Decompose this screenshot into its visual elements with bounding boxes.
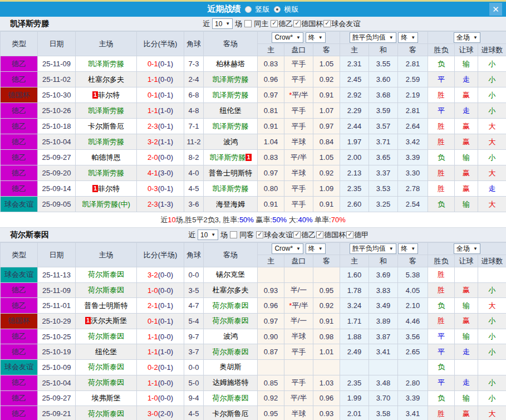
league-checkbox[interactable]: [256, 231, 263, 238]
home-team-cell: 1菲尔特: [76, 87, 137, 103]
period-select[interactable]: 10▼: [198, 229, 218, 240]
league-checkbox-label[interactable]: 德乙: [278, 19, 293, 29]
same-venue-checkbox[interactable]: [230, 231, 237, 238]
away-team-cell: 凯泽斯劳滕: [204, 181, 258, 197]
horizontal-layout-label[interactable]: 横版: [284, 4, 299, 14]
fulltime-score: 4-1: [148, 169, 158, 177]
avg-draw-cell: 3.53: [369, 181, 398, 197]
league-checkbox-label[interactable]: 球会友谊: [264, 230, 293, 240]
odds-away-cell: 0.92: [313, 298, 340, 314]
panel-title: 近期战绩: [208, 4, 241, 14]
league-checkbox-label[interactable]: 德国杯: [301, 19, 323, 29]
corner-cell: 9-4: [184, 390, 204, 406]
odds-away-cell: [313, 267, 340, 283]
odds-source-select[interactable]: Crow*▼: [272, 243, 303, 254]
league-cell: 球会友谊: [1, 197, 38, 212]
fullmatch-select[interactable]: 全场▼: [454, 32, 480, 43]
sub-avg-draw: 和: [369, 255, 398, 267]
avg-select[interactable]: 胜平负均值▼: [350, 243, 396, 254]
games-label: 场: [235, 19, 242, 29]
vertical-layout-label[interactable]: 竖版: [256, 4, 270, 14]
league-checkbox[interactable]: [346, 231, 353, 238]
handicap-result-cell: 赢: [455, 87, 478, 103]
league-checkbox[interactable]: [323, 20, 331, 27]
odds-away-cell: 0.93: [313, 406, 340, 420]
score-cell: 2-1(0-1): [137, 298, 184, 314]
fulltime-score: 1-1: [148, 75, 158, 84]
date-cell: 25-10-19: [38, 344, 76, 360]
odds-home-cell: 0.80: [258, 181, 284, 197]
avg-away-cell: 3.41: [398, 406, 428, 420]
league-checkbox-label[interactable]: 德乙: [301, 230, 316, 240]
date-cell: 25-10-04: [38, 134, 76, 150]
score-cell: 1-1(0-0): [137, 375, 184, 390]
score-cell: 0-1(0-1): [137, 87, 184, 103]
sub-goals: 进球数: [478, 255, 506, 267]
vertical-layout-radio[interactable]: [245, 6, 252, 13]
away-team-cell: 普鲁士明斯特: [204, 165, 258, 181]
league-checkbox[interactable]: [293, 20, 301, 27]
goals-result-cell: 大: [478, 165, 506, 181]
table-row: 德乙25-10-04荷尔斯泰因1-1(0-0)5-0达姆施塔特0.85平手1.0…: [1, 375, 506, 390]
col-corner: 角球: [184, 32, 204, 56]
score-cell: 4-1(3-0): [137, 165, 184, 181]
handicap-result-cell: 输: [455, 329, 478, 344]
odds-final-select[interactable]: 终▼: [306, 32, 326, 43]
avg-away-cell: [398, 360, 428, 375]
same-venue-checkbox[interactable]: [244, 20, 252, 27]
odds-away-cell: 1.03: [313, 375, 340, 390]
avg-final-select[interactable]: 终▼: [398, 32, 418, 43]
same-venue-label[interactable]: 同主: [254, 19, 268, 29]
same-venue-label[interactable]: 同客: [239, 230, 254, 240]
team-text: 凯泽斯劳滕: [88, 169, 124, 177]
odds-home-cell: 0.93: [258, 282, 284, 298]
avg-away-cell: 3.56: [398, 329, 428, 344]
fulltime-score: 0-1: [148, 91, 158, 99]
odds-handicap-cell: 平/半: [284, 150, 313, 165]
chevron-down-icon: ▼: [296, 246, 301, 251]
league-checkbox-label[interactable]: 德国杯: [324, 230, 346, 240]
score-cell: 1-1(0-0): [137, 72, 184, 87]
away-team-cell: 凯泽斯劳滕: [204, 119, 258, 134]
team-text: 波鸿: [223, 138, 238, 146]
team-text: 卡尔斯鲁厄: [88, 122, 124, 130]
avg-select[interactable]: 胜平负均值▼: [350, 32, 396, 43]
halftime-score: (0-0): [158, 333, 173, 341]
odds-source-select[interactable]: Crow*▼: [272, 32, 303, 43]
avg-final-select[interactable]: 终▼: [398, 243, 418, 254]
close-button[interactable]: ✕: [489, 3, 502, 16]
fullmatch-select[interactable]: 全场▼: [454, 243, 480, 254]
period-select[interactable]: 10▼: [212, 18, 233, 29]
odds-home-cell: 0.90: [258, 329, 284, 344]
league-checkbox-label[interactable]: 德甲: [354, 230, 369, 240]
league-checkbox[interactable]: [316, 231, 323, 238]
team-name: 凯泽斯劳滕: [10, 19, 49, 29]
horizontal-layout-radio[interactable]: [274, 6, 281, 13]
handicap-result-cell: 输: [455, 150, 478, 165]
score-cell: 2-0(0-0): [137, 150, 184, 165]
goals-result-cell: 小: [478, 87, 506, 103]
summary-segment: 50%: [272, 216, 287, 224]
league-checkbox-label[interactable]: 球会友谊: [331, 19, 360, 29]
league-checkbox[interactable]: [271, 20, 278, 27]
team-text: 海登海姆: [216, 200, 245, 208]
odds-final-select[interactable]: 终▼: [306, 243, 326, 254]
league-cell: 德国杯: [1, 314, 38, 329]
avg-home-cell: 2.35: [340, 375, 369, 390]
home-team-cell: 凯泽斯劳滕: [76, 134, 137, 150]
home-team-cell: 荷尔斯泰因: [76, 282, 137, 298]
away-team-cell: 柏林赫塔: [204, 56, 258, 72]
fulltime-score: 0-3: [148, 184, 158, 193]
table-row: 球会友谊25-11-13荷尔斯泰因3-2(0-0)0-0锡尔克堡1.603.69…: [1, 267, 506, 283]
league-checkbox[interactable]: [293, 231, 301, 238]
fulltime-score: 2-3: [148, 122, 158, 130]
avg-home-cell: 2.00: [340, 150, 369, 165]
avg-away-cell: 4.46: [398, 314, 428, 329]
home-team-cell: 帕德博恩: [76, 150, 137, 165]
score-cell: 1-1(0-0): [137, 329, 184, 344]
result-cell: 平: [428, 375, 455, 390]
avg-home-cell: 3.24: [340, 298, 369, 314]
league-cell: 德乙: [1, 406, 38, 420]
team-text: 荷尔斯泰因: [213, 301, 249, 310]
avg-home-cell: 2.45: [340, 72, 369, 87]
